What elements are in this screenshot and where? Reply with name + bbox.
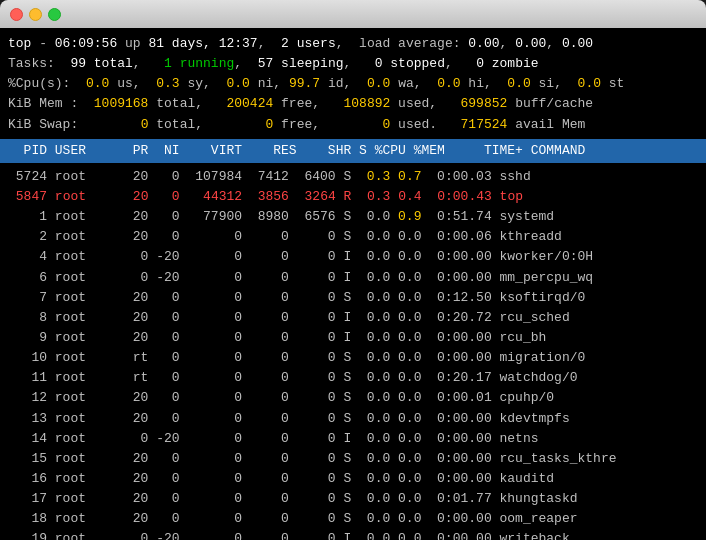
process-row: 16 root 20 0 0 0 0 S 0.0 0.0 0:00.00 kau… <box>8 469 698 489</box>
info-line-2: %Cpu(s): 0.0 us, 0.3 sy, 0.0 ni, 99.7 id… <box>8 74 698 94</box>
process-table-header: PID USER PR NI VIRT RES SHR S %CPU %MEM … <box>0 139 706 163</box>
process-row: 13 root 20 0 0 0 0 S 0.0 0.0 0:00.00 kde… <box>8 409 698 429</box>
process-row: 1 root 20 0 77900 8980 6576 S 0.0 0.9 0:… <box>8 207 698 227</box>
process-row: 8 root 20 0 0 0 0 I 0.0 0.0 0:20.72 rcu_… <box>8 308 698 328</box>
traffic-lights <box>10 8 61 21</box>
info-lines: top - 06:09:56 up 81 days, 12:37, 2 user… <box>8 34 698 135</box>
process-row: 4 root 0 -20 0 0 0 I 0.0 0.0 0:00.00 kwo… <box>8 247 698 267</box>
process-row: 6 root 0 -20 0 0 0 I 0.0 0.0 0:00.00 mm_… <box>8 268 698 288</box>
process-row: 5724 root 20 0 107984 7412 6400 S 0.3 0.… <box>8 167 698 187</box>
info-line-1: Tasks: 99 total, 1 running, 57 sleeping,… <box>8 54 698 74</box>
maximize-button[interactable] <box>48 8 61 21</box>
process-row: 11 root rt 0 0 0 0 S 0.0 0.0 0:20.17 wat… <box>8 368 698 388</box>
process-row: 18 root 20 0 0 0 0 S 0.0 0.0 0:00.00 oom… <box>8 509 698 529</box>
process-row: 17 root 20 0 0 0 0 S 0.0 0.0 0:01.77 khu… <box>8 489 698 509</box>
title-bar <box>0 0 706 28</box>
process-row: 19 root 0 -20 0 0 0 I 0.0 0.0 0:00.00 wr… <box>8 529 698 540</box>
close-button[interactable] <box>10 8 23 21</box>
minimize-button[interactable] <box>29 8 42 21</box>
process-row: 10 root rt 0 0 0 0 S 0.0 0.0 0:00.00 mig… <box>8 348 698 368</box>
process-row: 2 root 20 0 0 0 0 S 0.0 0.0 0:00.06 kthr… <box>8 227 698 247</box>
process-table: 5724 root 20 0 107984 7412 6400 S 0.3 0.… <box>8 167 698 540</box>
process-row: 9 root 20 0 0 0 0 I 0.0 0.0 0:00.00 rcu_… <box>8 328 698 348</box>
terminal: top - 06:09:56 up 81 days, 12:37, 2 user… <box>0 28 706 540</box>
process-row: 12 root 20 0 0 0 0 S 0.0 0.0 0:00.01 cpu… <box>8 388 698 408</box>
process-row: 14 root 0 -20 0 0 0 I 0.0 0.0 0:00.00 ne… <box>8 429 698 449</box>
process-row: 15 root 20 0 0 0 0 S 0.0 0.0 0:00.00 rcu… <box>8 449 698 469</box>
process-row: 7 root 20 0 0 0 0 S 0.0 0.0 0:12.50 ksof… <box>8 288 698 308</box>
process-row: 5847 root 20 0 44312 3856 3264 R 0.3 0.4… <box>8 187 698 207</box>
info-line-4: KiB Swap: 0 total, 0 free, 0 used. 71752… <box>8 115 698 135</box>
info-line-3: KiB Mem : 1009168 total, 200424 free, 10… <box>8 94 698 114</box>
info-line-0: top - 06:09:56 up 81 days, 12:37, 2 user… <box>8 34 698 54</box>
